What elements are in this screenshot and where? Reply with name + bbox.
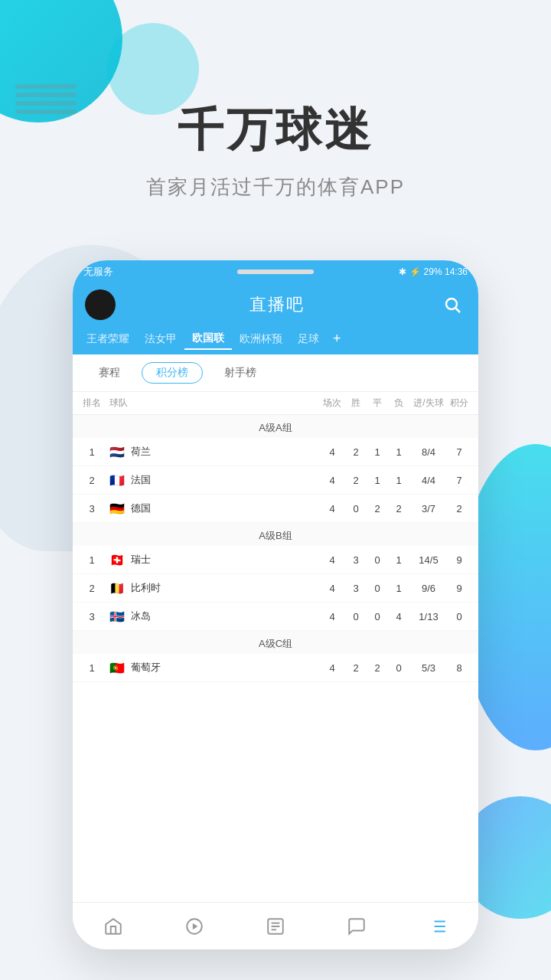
flag-portugal: 🇵🇹 [109,662,126,674]
bluetooth-icon: ✱ [399,266,406,277]
nav-tab-euro-qual[interactable]: 欧洲杯预 [232,329,290,349]
standings-content: 排名 球队 场次 胜 平 负 进/失球 积分 A级A组 1 🇳🇱荷兰 4 2 1… [73,392,478,682]
phone-mockup: 无服务 ✱ ⚡ 29% 14:36 直播吧 王者荣耀 法女甲 欧国联 欧洲杯预 … [73,260,478,949]
wifi-icon: ⚡ [409,266,421,277]
bottom-nav [73,902,478,949]
table-row: 2 🇧🇪比利时 4 3 0 1 9/6 9 [73,574,478,603]
nav-tab-football[interactable]: 足球 [290,329,327,349]
hero-section: 千万球迷 首家月活过千万的体育APP [0,100,551,201]
nav-tab-wangzhe[interactable]: 王者荣耀 [79,329,137,349]
sub-tab-scorers[interactable]: 射手榜 [210,363,270,383]
table-row: 1 🇳🇱荷兰 4 2 1 1 8/4 7 [73,438,478,466]
table-row: 1 🇵🇹葡萄牙 4 2 2 0 5/3 8 [73,654,478,682]
bottom-nav-list[interactable] [397,903,478,949]
flag-netherlands: 🇳🇱 [109,446,126,458]
table-row: 3 🇩🇪德国 4 0 2 2 3/7 2 [73,495,478,523]
table-row: 2 🇫🇷法国 4 2 1 1 4/4 7 [73,466,478,495]
header-win: 胜 [345,397,367,410]
table-row: 1 🇨🇭瑞士 4 3 0 1 14/5 9 [73,546,478,574]
nav-tab-more[interactable]: + [327,328,347,350]
bottom-nav-chat[interactable] [316,903,397,949]
status-service: 无服务 [83,265,113,279]
header-pts: 积分 [448,397,471,410]
svg-marker-3 [193,923,198,929]
flag-belgium: 🇧🇪 [109,583,126,594]
flag-iceland: 🇮🇸 [109,611,126,622]
header-team: 球队 [103,397,319,410]
flag-germany: 🇩🇪 [109,503,126,514]
bottom-nav-news[interactable] [235,903,316,949]
svg-point-0 [446,299,457,309]
header-draw: 平 [367,397,388,410]
app-logo[interactable] [85,289,116,320]
table-row: 3 🇮🇸冰岛 4 0 0 4 1/13 0 [73,603,478,631]
status-info: ✱ ⚡ 29% 14:36 [399,266,468,277]
group-header-a: A级A组 [73,415,478,438]
nav-tab-fvf[interactable]: 法女甲 [137,329,184,349]
battery-text: 29% 14:36 [424,266,468,277]
bottom-nav-video[interactable] [154,903,235,949]
header-loss: 负 [388,397,409,410]
sub-tabs: 赛程 积分榜 射手榜 [73,354,478,392]
standings-table: 排名 球队 场次 胜 平 负 进/失球 积分 A级A组 1 🇳🇱荷兰 4 2 1… [73,392,478,682]
phone-notch [237,270,314,274]
hero-title: 千万球迷 [0,100,551,162]
flag-france: 🇫🇷 [109,475,126,486]
nav-tab-uefanl[interactable]: 欧国联 [184,328,232,350]
hero-subtitle: 首家月活过千万的体育APP [0,174,551,201]
header-played: 场次 [319,397,345,410]
flag-switzerland: 🇨🇭 [109,554,126,566]
sub-tab-standings[interactable]: 积分榜 [142,362,203,384]
header-rank: 排名 [80,397,103,410]
header-goals: 进/失球 [409,397,448,410]
app-header: 直播吧 [73,283,478,328]
bottom-nav-home[interactable] [73,903,154,949]
svg-line-1 [456,309,461,313]
nav-tabs: 王者荣耀 法女甲 欧国联 欧洲杯预 足球 + [73,328,478,354]
group-header-c: A级C组 [73,631,478,654]
table-header-row: 排名 球队 场次 胜 平 负 进/失球 积分 [73,392,478,415]
search-button[interactable] [439,291,466,318]
app-name: 直播吧 [249,293,305,316]
sub-tab-schedule[interactable]: 赛程 [85,363,134,383]
group-header-b: A级B组 [73,523,478,546]
